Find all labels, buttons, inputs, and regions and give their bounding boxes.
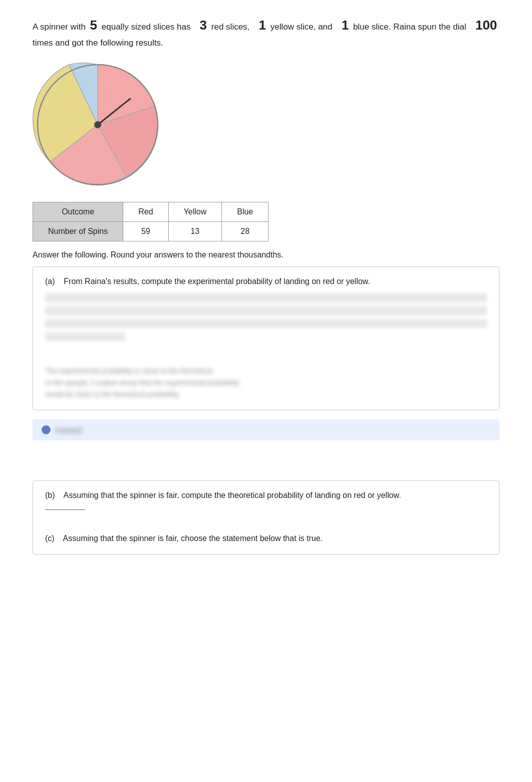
yellow-count: 1 [259, 18, 266, 33]
question-b-label: (b) Assuming that the spinner is fair, c… [45, 491, 487, 500]
question-c-text: Assuming that the spinner is fair, choos… [63, 534, 323, 543]
intro-suffix: times and got the following results. [33, 38, 163, 48]
intro-middle: equally sized slices has [102, 22, 191, 32]
spin-count: 100 [475, 18, 497, 33]
blurred-row-3 [45, 319, 487, 328]
question-c-label: (c) Assuming that the spinner is fair, c… [45, 534, 487, 543]
spinner-svg [33, 60, 163, 190]
num-slices: 5 [90, 18, 97, 33]
question-a-label: (a) From Raina's results, compute the ex… [45, 277, 487, 286]
blurred-row-1 [45, 293, 487, 302]
blurred-row-4 [45, 332, 125, 341]
spins-red: 59 [123, 221, 168, 241]
svg-point-3 [94, 121, 101, 128]
instructions-text: Answer the following. Round your answers… [33, 250, 499, 259]
question-b-text: Assuming that the spinner is fair, compu… [63, 491, 401, 499]
blue-count: 1 [342, 18, 349, 33]
feedback-bar: Correct! [33, 419, 499, 440]
header-red: Red [123, 202, 168, 221]
spinner-area [33, 60, 499, 192]
blue-label: blue slice. Raina spun the dial [353, 22, 466, 32]
question-a-text: From Raina's results, compute the experi… [64, 277, 370, 286]
blurred-line-2: In the sample, it makes sense that the e… [45, 377, 487, 389]
answer-a-blurred [45, 293, 487, 341]
blurred-explanation: The experimental probability is close to… [45, 365, 487, 401]
header-yellow: Yellow [168, 202, 222, 221]
question-b-prefix: (b) [45, 491, 55, 499]
question-a-prefix: (a) [45, 277, 55, 286]
answer-b-line [45, 505, 85, 510]
question-c-prefix: (c) [45, 534, 55, 543]
yellow-label: yellow slice, and [271, 22, 333, 32]
red-label: red slices, [211, 22, 250, 32]
feedback-dot [42, 425, 51, 434]
header-blue: Blue [222, 202, 269, 221]
intro-paragraph: A spinner with 5 equally sized slices ha… [33, 15, 499, 50]
question-a-box: (a) From Raina's results, compute the ex… [33, 267, 499, 410]
results-table: Outcome Red Yellow Blue Number of Spins … [33, 202, 269, 241]
spins-yellow: 13 [168, 221, 222, 241]
feedback-text: Correct! [56, 426, 82, 434]
outcome-label: Outcome [33, 202, 123, 221]
question-b-box: (b) Assuming that the spinner is fair, c… [33, 480, 499, 555]
spins-label: Number of Spins [33, 221, 123, 241]
blurred-line-1: The experimental probability is close to… [45, 365, 487, 377]
spins-blue: 28 [222, 221, 269, 241]
blurred-row-2 [45, 306, 487, 315]
red-count: 3 [200, 18, 207, 33]
blurred-line-3: would be close to the theoretical probab… [45, 389, 487, 401]
intro-prefix: A spinner with [33, 22, 86, 32]
